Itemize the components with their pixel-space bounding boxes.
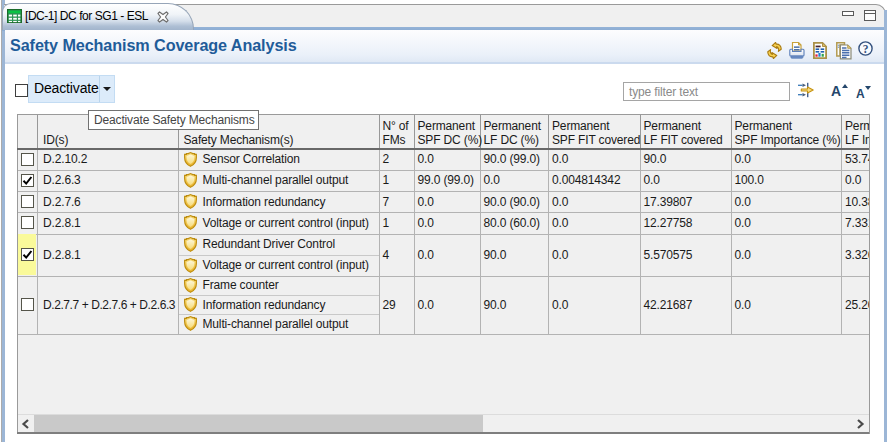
svg-text:?: ?	[863, 43, 869, 55]
